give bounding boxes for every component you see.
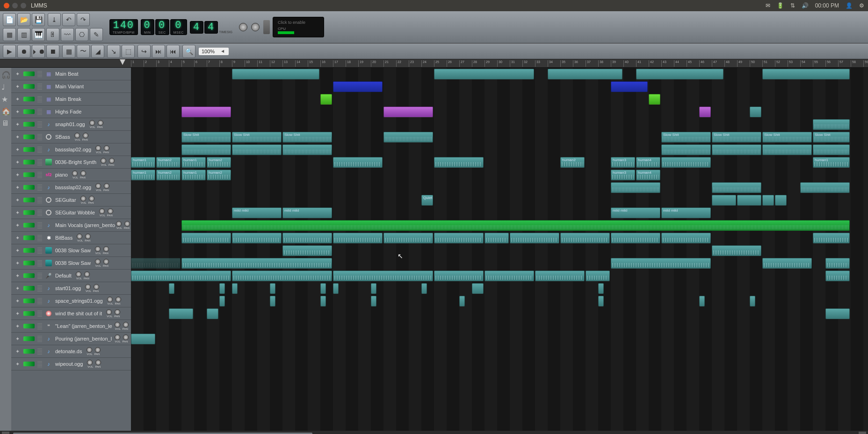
pan-knob[interactable]	[108, 208, 113, 214]
track-type-icon[interactable]	[45, 196, 52, 204]
clip-lane-slow-saw-a[interactable]	[131, 244, 868, 257]
clip[interactable]	[282, 245, 332, 256]
clip[interactable]	[661, 233, 711, 243]
pan-knob[interactable]	[115, 309, 120, 315]
redo-button[interactable]: ↷	[77, 13, 90, 26]
track-header-start01[interactable]: ✦ ♪ start01.ogg VOLPAN	[11, 282, 131, 295]
track-name[interactable]: 0036-Bright Synth	[55, 159, 96, 165]
track-type-icon[interactable]: 🎤	[45, 272, 52, 279]
clip[interactable]	[333, 270, 433, 281]
track-mute-toggle[interactable]	[23, 109, 35, 114]
automation-editor-button[interactable]: 〰	[61, 28, 74, 41]
clip[interactable]	[712, 144, 761, 155]
window-minimize-button[interactable]	[12, 3, 18, 8]
play-button[interactable]: ▶	[3, 45, 16, 58]
track-type-icon[interactable]	[45, 259, 52, 267]
track-eye-icon[interactable]: ✦	[14, 172, 21, 178]
track-mute-toggle[interactable]	[23, 198, 35, 202]
track-eye-icon[interactable]: ✦	[14, 248, 21, 254]
save-project-button[interactable]: 💾	[32, 13, 45, 26]
playhead-marker[interactable]	[120, 59, 125, 65]
clip[interactable]: Slow Shit	[232, 132, 282, 142]
clip[interactable]	[181, 144, 231, 155]
pan-knob[interactable]	[83, 133, 88, 138]
track-grip-icon[interactable]	[37, 96, 42, 102]
track-type-icon[interactable]: ♪	[45, 146, 52, 153]
vol-knob[interactable]	[95, 145, 101, 151]
track-grip-icon[interactable]	[37, 247, 42, 254]
battery-icon[interactable]: 🔋	[777, 2, 784, 9]
track-grip-icon[interactable]	[37, 298, 42, 304]
clip[interactable]	[611, 81, 648, 92]
track-eye-icon[interactable]: ✦	[14, 361, 21, 367]
clip-lane-highs-fade[interactable]	[131, 106, 868, 118]
track-type-icon[interactable]: ♪	[45, 297, 52, 305]
clip[interactable]	[333, 157, 383, 168]
pan-knob[interactable]	[123, 334, 129, 340]
track-header-seguitar-wob[interactable]: ✦ SEGuitar Wobble VOLPAN	[11, 206, 131, 219]
clip[interactable]	[560, 233, 610, 243]
track-mute-toggle[interactable]	[23, 286, 35, 291]
zoom-select[interactable]: 100% ◀	[199, 48, 229, 55]
track-grip-icon[interactable]	[37, 197, 42, 203]
track-name[interactable]: bassslap02.ogg	[55, 185, 91, 190]
pan-knob[interactable]	[109, 158, 115, 164]
arrange-area[interactable]: ↖ Slow ShitSlow ShitSlow ShitSlow ShitSl…	[131, 68, 868, 431]
vol-knob[interactable]	[89, 120, 95, 126]
clip[interactable]	[548, 69, 622, 79]
track-type-icon[interactable]: ♪	[45, 184, 52, 191]
vol-knob[interactable]	[76, 271, 81, 277]
clip[interactable]: Slow Shit	[813, 132, 850, 142]
track-mute-toggle[interactable]	[23, 122, 35, 127]
vol-knob[interactable]	[106, 309, 112, 315]
track-name[interactable]: SBass	[55, 134, 70, 140]
clip[interactable]	[800, 182, 850, 193]
track-type-icon[interactable]: ▦	[45, 83, 52, 90]
track-grip-icon[interactable]	[37, 108, 42, 115]
track-eye-icon[interactable]: ✦	[14, 260, 21, 266]
track-mute-toggle[interactable]	[23, 97, 35, 101]
clip[interactable]	[699, 107, 711, 117]
clip[interactable]	[232, 283, 238, 294]
clip[interactable]	[712, 245, 761, 256]
track-name[interactable]: bassslap02.ogg	[55, 147, 91, 152]
clip[interactable]	[131, 258, 181, 269]
clip-lane-wind[interactable]	[131, 307, 868, 320]
clip[interactable]: human1	[131, 170, 155, 180]
clip[interactable]	[825, 258, 850, 269]
clip[interactable]	[434, 157, 484, 168]
track-name[interactable]: SEGuitar Wobble	[55, 210, 95, 215]
dock-home-icon[interactable]: 🏠	[1, 107, 10, 115]
track-type-icon[interactable]	[45, 133, 52, 141]
track-grip-icon[interactable]	[37, 323, 42, 329]
record-play-button[interactable]: ⏵⏺	[32, 45, 45, 58]
project-notes-button[interactable]: ✎	[90, 28, 103, 41]
master-fader[interactable]	[263, 20, 270, 34]
track-name[interactable]: Main Vocals (jarren_bento	[55, 222, 115, 228]
track-name[interactable]: Pouring (jarren_benton_l	[55, 336, 112, 342]
skip-start-button[interactable]: ⏮	[166, 45, 180, 58]
clip[interactable]	[207, 308, 218, 319]
clip[interactable]	[459, 296, 465, 306]
clip[interactable]	[333, 81, 383, 92]
scroll-left-button[interactable]: ◀	[2, 432, 9, 434]
clip-lane-piano[interactable]: human1human2human1human2human3human4	[131, 169, 868, 181]
window-close-button[interactable]	[4, 3, 9, 8]
clip[interactable]: human2	[560, 157, 585, 168]
clip-lane-bitbass[interactable]	[131, 232, 868, 244]
track-grip-icon[interactable]	[37, 83, 42, 90]
clip[interactable]: mild mild	[232, 207, 282, 218]
pan-knob[interactable]	[98, 120, 103, 126]
user-icon[interactable]: 👤	[846, 2, 853, 9]
clip-lane-seguitar[interactable]: Quiet	[131, 194, 868, 206]
clip-lane-pouring[interactable]	[131, 333, 868, 345]
track-name[interactable]: wind the shit out of it	[55, 311, 102, 316]
clip[interactable]	[750, 107, 761, 117]
clip[interactable]	[750, 296, 755, 306]
track-eye-icon[interactable]: ✦	[14, 298, 21, 304]
clip[interactable]	[320, 296, 326, 306]
track-name[interactable]: Main Beat	[55, 71, 79, 77]
track-header-highs-fade[interactable]: ✦ ▦ Highs Fade	[11, 106, 131, 118]
track-name[interactable]: space_strings01.ogg	[55, 298, 103, 304]
undo-button[interactable]: ↶	[62, 13, 75, 26]
